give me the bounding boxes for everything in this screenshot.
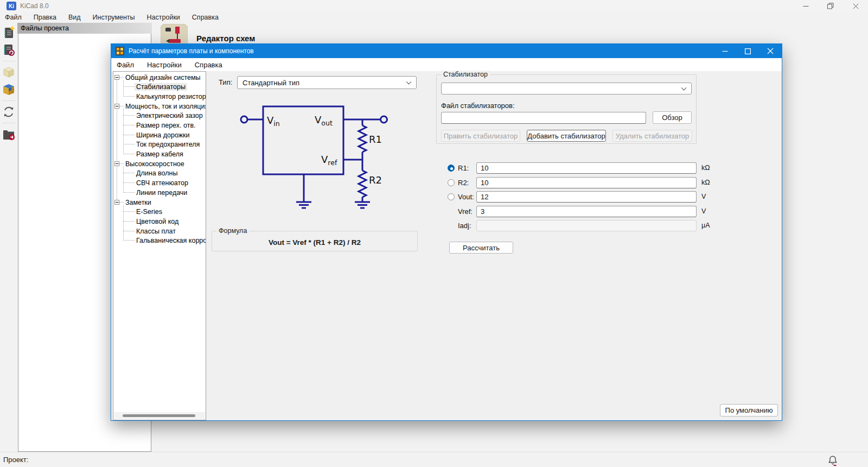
dialog-menu-help[interactable]: Справка — [188, 61, 229, 69]
tree-item-via-size[interactable]: Размер перех. отв. — [123, 121, 197, 130]
tree-tick — [123, 221, 135, 222]
dialog-menu-file[interactable]: Файл — [111, 61, 141, 69]
tree-tick — [119, 106, 124, 106]
minimize-icon — [722, 48, 728, 54]
tree-item-label: Длина волны — [135, 169, 179, 177]
remove-stabilizer-button[interactable]: Удалить стабилизатор — [612, 130, 692, 142]
regulator-type-select[interactable]: Стандартный тип — [237, 76, 417, 89]
tree-item-power-current-isolation[interactable]: Мощность, ток и изоляция — [114, 102, 206, 111]
tree-item-label: Размер кабеля — [135, 150, 185, 158]
tree-tick — [123, 154, 135, 154]
r2-label: R2: — [458, 179, 469, 187]
dialog-title: Расчёт параметров платы и компонентов — [129, 47, 254, 55]
tree-item-general-system-design[interactable]: Общий дизайн системы — [114, 73, 202, 82]
tree-item-color-code[interactable]: Цветовой код — [123, 217, 180, 226]
r2-input[interactable] — [476, 177, 697, 188]
calculator-app-icon — [116, 47, 124, 55]
notifications-bell-icon[interactable] — [827, 455, 839, 467]
tree-tick — [123, 135, 135, 135]
refresh-button[interactable] — [1, 104, 16, 119]
r2-unit: kΩ — [701, 179, 710, 186]
r2-radio[interactable] — [448, 179, 455, 186]
tree-horizontal-scrollbar[interactable] — [114, 412, 205, 419]
tree-tick — [123, 86, 135, 87]
vout-input[interactable] — [476, 191, 697, 203]
collapse-icon[interactable] — [114, 104, 119, 109]
collapse-icon[interactable] — [114, 161, 119, 166]
tree-item-cable-size[interactable]: Размер кабеля — [123, 149, 185, 159]
main-close-button[interactable] — [843, 0, 868, 12]
dialog-menu-preferences[interactable]: Настройки — [141, 61, 188, 69]
tree-item-fuse-current[interactable]: Ток предохранителя — [123, 140, 201, 149]
stabilizer-file-input[interactable] — [441, 112, 646, 124]
restore-backup-button[interactable] — [1, 42, 16, 58]
tree-item-wavelength[interactable]: Длина волны — [123, 168, 179, 178]
main-minimize-button[interactable] — [793, 0, 818, 12]
stabilizer-select[interactable] — [441, 83, 692, 94]
tree-item-label: Цветовой код — [135, 218, 180, 225]
toolbar-separator — [2, 100, 15, 101]
tree-item-memo[interactable]: Заметки — [114, 198, 153, 207]
tree-item-board-classes[interactable]: Классы плат — [123, 226, 177, 236]
edit-stabilizer-button[interactable]: Править стабилизатор — [441, 130, 520, 142]
regulator-type-value: Стандартный тип — [242, 79, 299, 87]
main-window-controls — [793, 0, 868, 12]
defaults-button[interactable]: По умолчанию — [720, 404, 778, 416]
tree-item-galvanic-corrosion[interactable]: Гальваническая коррози — [123, 236, 206, 245]
calculate-button[interactable]: Рассчитать — [449, 242, 513, 254]
tree-item-label: E-Series — [135, 208, 164, 216]
tree-item-label: Ширина дорожки — [135, 131, 192, 139]
tree-item-regulators[interactable]: Стабилизаторы — [123, 82, 187, 91]
tree-tick — [123, 173, 135, 173]
menu-preferences[interactable]: Настройки — [141, 14, 186, 21]
vref-unit: V — [701, 207, 706, 215]
tree-item-electrical-spacing[interactable]: Электрический зазор — [123, 111, 205, 120]
iadj-input[interactable] — [476, 220, 697, 231]
restore-backup-icon — [2, 43, 16, 57]
menu-file[interactable]: Файл — [0, 14, 28, 21]
project-files-header: Файлы проекта — [17, 23, 152, 34]
vout-label: Vout — [315, 114, 333, 127]
tree-item-label: Гальваническая коррози — [135, 237, 206, 244]
r2-circuit-label: R2 — [369, 174, 382, 186]
collapse-icon[interactable] — [114, 200, 119, 205]
r1-input[interactable] — [476, 162, 697, 174]
new-project-button[interactable] — [1, 25, 16, 40]
tree-item-e-series[interactable]: E-Series — [123, 207, 164, 216]
tree-tick — [123, 211, 135, 212]
tree-item-rf-attenuator[interactable]: СВЧ аттенюатор — [123, 178, 190, 187]
tree-tick — [123, 240, 135, 241]
menu-help[interactable]: Справка — [186, 14, 225, 21]
open-project-directory-button[interactable] — [1, 127, 16, 142]
collapse-icon[interactable] — [114, 75, 119, 80]
archive-project-button[interactable] — [1, 65, 16, 80]
main-restore-button[interactable] — [818, 0, 843, 12]
tree-item-resistor-calculator[interactable]: Калькулятор резисторо — [123, 92, 206, 101]
type-label: Тип: — [219, 78, 232, 86]
vout-unit: V — [701, 193, 706, 200]
stabilizer-legend: Стабилизатор — [441, 71, 490, 78]
dialog-titlebar[interactable]: Расчёт параметров платы и компонентов — [111, 44, 782, 58]
restore-icon — [827, 3, 834, 9]
tree-tick — [119, 202, 124, 203]
dialog-minimize-button[interactable] — [713, 44, 736, 58]
main-titlebar: Ki KiCad 8.0 — [0, 0, 868, 12]
menu-view[interactable]: Вид — [62, 14, 87, 21]
unarchive-project-button[interactable] — [1, 82, 16, 97]
scrollbar-thumb[interactable] — [123, 414, 195, 417]
tree-item-transmission-lines[interactable]: Линии передачи — [123, 188, 189, 197]
r1-radio[interactable] — [448, 165, 455, 172]
dialog-close-button[interactable] — [759, 44, 782, 58]
browse-button[interactable]: Обзор — [653, 111, 692, 124]
vout-radio[interactable] — [448, 193, 455, 200]
add-stabilizer-button[interactable]: Добавить стабилизатор — [527, 130, 606, 142]
tree-item-high-speed[interactable]: Высокоскоростное — [114, 159, 186, 168]
tree-item-label: Линии передачи — [135, 189, 189, 197]
tree-item-track-width[interactable]: Ширина дорожки — [123, 130, 192, 140]
menu-tools[interactable]: Инструменты — [87, 14, 141, 21]
vref-input[interactable] — [476, 206, 697, 217]
dialog-maximize-button[interactable] — [736, 44, 759, 58]
tree-item-label: Электрический зазор — [135, 112, 205, 119]
iadj-label: Iadj: — [458, 222, 471, 230]
menu-edit[interactable]: Правка — [28, 14, 62, 21]
